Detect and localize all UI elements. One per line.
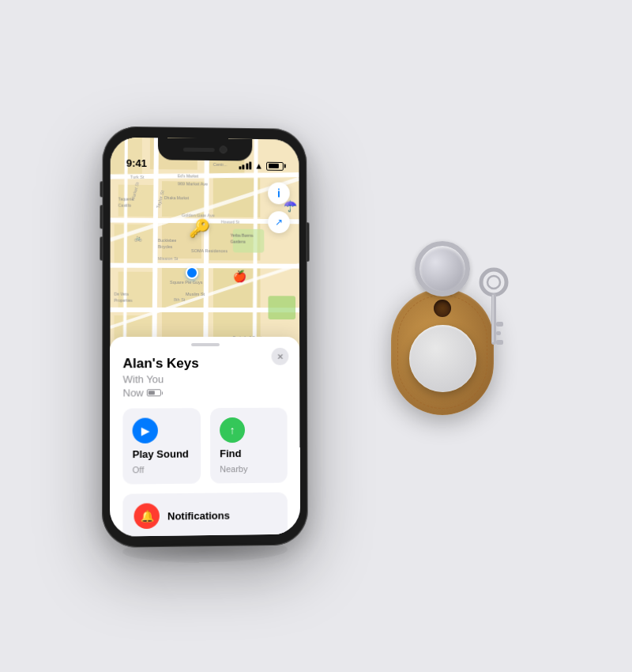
power-button (307, 222, 309, 261)
sheet-handle (191, 343, 220, 346)
svg-point-60 (487, 276, 500, 289)
key-pin: 🔑 (189, 218, 210, 239)
map-direction-button[interactable]: ↗ (268, 211, 290, 233)
airtag-fob (379, 257, 506, 415)
battery-status-icon (147, 389, 161, 396)
play-sound-label: Play Sound (133, 447, 192, 460)
find-card[interactable]: ↑ Find Nearby (210, 408, 288, 484)
svg-rect-64 (496, 340, 503, 345)
volume-up-button (100, 205, 102, 228)
status-text: Now (123, 387, 144, 398)
key (466, 265, 521, 371)
svg-rect-63 (496, 331, 501, 335)
notification-label: Notifications (167, 509, 230, 522)
scene: 9:41 ▲ (103, 126, 529, 546)
play-sound-sublabel: Off (133, 465, 192, 475)
play-sound-card[interactable]: ▶ Play Sound Off (122, 408, 201, 484)
svg-rect-61 (491, 293, 496, 345)
keyfob-container (356, 217, 529, 455)
notch (158, 138, 252, 160)
find-label: Find (220, 447, 278, 460)
notification-card[interactable]: 🔔 Notifications (122, 493, 288, 537)
location-dot-pin (186, 266, 198, 279)
bottom-sheet: ✕ Alan's Keys With You Now ▶ Play Sound … (110, 337, 300, 537)
sheet-status: Now (110, 385, 299, 409)
svg-point-59 (481, 270, 506, 295)
battery-icon (266, 161, 284, 170)
play-icon: ▶ (133, 417, 158, 443)
key-svg (466, 265, 521, 368)
status-icons: ▲ (239, 160, 284, 171)
find-sublabel: Nearby (220, 464, 278, 474)
svg-rect-62 (496, 322, 503, 327)
notch-camera (220, 145, 228, 153)
notch-speaker (183, 147, 215, 151)
sheet-subtitle: With You (110, 372, 299, 386)
phone-screen: 9:41 ▲ (110, 138, 300, 537)
phone: 9:41 ▲ (102, 126, 308, 548)
status-time: 9:41 (126, 157, 147, 169)
key-ring (415, 241, 470, 296)
notification-icon: 🔔 (134, 503, 160, 529)
volume-down-button (100, 236, 102, 260)
find-icon: ↑ (220, 417, 245, 443)
direction-icon: ↗ (275, 217, 283, 228)
phone-shadow (122, 538, 288, 564)
wifi-icon: ▲ (254, 161, 263, 171)
silent-button (100, 181, 103, 197)
map-info-button[interactable]: i (268, 183, 290, 205)
sheet-actions: ▶ Play Sound Off ↑ Find Nearby (110, 408, 300, 494)
close-button[interactable]: ✕ (272, 348, 289, 365)
signal-icon (239, 161, 251, 169)
